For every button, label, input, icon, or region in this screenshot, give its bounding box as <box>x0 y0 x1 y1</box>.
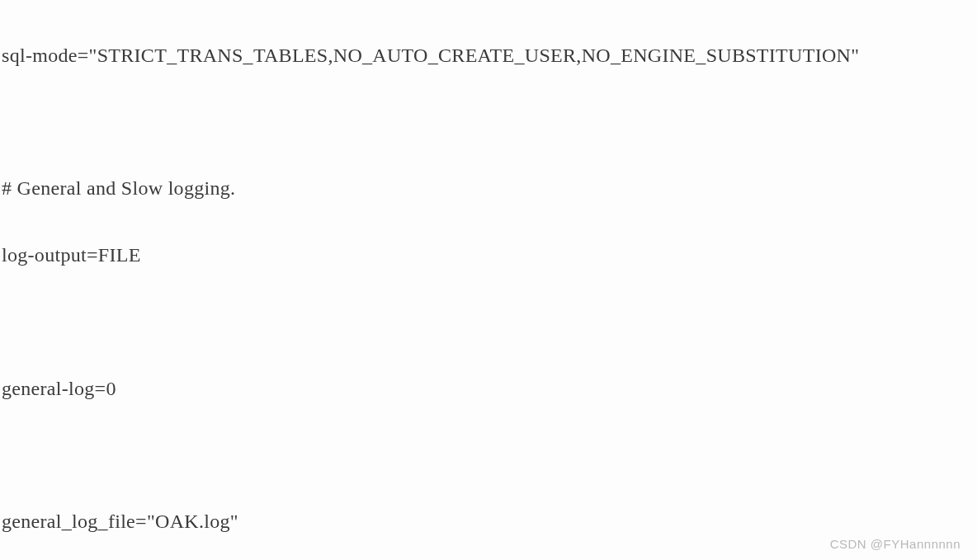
watermark-text: CSDN @FYHannnnnn <box>830 538 960 552</box>
config-line: # General and Slow logging. <box>2 177 975 200</box>
config-line: general-log=0 <box>2 378 975 400</box>
config-line <box>2 111 975 134</box>
config-line: general_log_file="OAK.log" <box>2 511 975 533</box>
config-editor[interactable]: sql-mode="STRICT_TRANS_TABLES,NO_AUTO_CR… <box>0 0 977 560</box>
config-line <box>2 311 975 333</box>
config-line: sql-mode="STRICT_TRANS_TABLES,NO_AUTO_CR… <box>2 45 975 67</box>
config-line: log-output=FILE <box>2 244 975 266</box>
config-line <box>2 444 975 466</box>
